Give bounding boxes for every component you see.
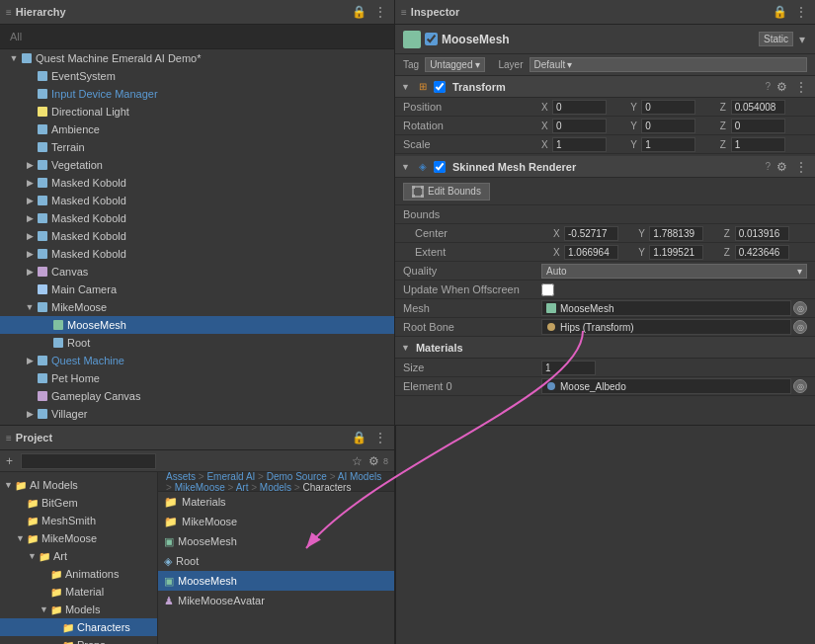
file-item-mikemooseavatar[interactable]: ♟MikeMooseAvatar — [158, 591, 394, 610]
breadcrumb-item-art[interactable]: Art — [236, 482, 249, 493]
skinned-help-icon[interactable]: ? — [765, 161, 771, 172]
breadcrumb-item-ai-models[interactable]: AI Models — [338, 472, 381, 482]
hierarchy-item-gameplaycanvas[interactable]: Gameplay Canvas — [0, 387, 394, 405]
svg-rect-26 — [421, 186, 424, 189]
static-button[interactable]: Static — [759, 32, 793, 46]
ptree-item-meshsmith[interactable]: 📁MeshSmith — [0, 512, 157, 529]
project-search-input[interactable] — [21, 453, 156, 469]
element0-select-button[interactable]: ◎ — [793, 379, 807, 393]
project-favorite-button[interactable]: ☆ — [350, 452, 365, 470]
breadcrumb-item-mikemoose[interactable]: MikeMoose — [175, 482, 225, 493]
rot-x-input[interactable] — [552, 119, 607, 133]
hierarchy-item-maincam[interactable]: Main Camera — [0, 281, 394, 298]
rot-y-input[interactable] — [641, 119, 695, 133]
hierarchy-item-moosemesh[interactable]: MooseMesh — [0, 316, 394, 334]
file-item-materials[interactable]: 📁Materials — [158, 492, 394, 512]
skinned-mesh-component-header[interactable]: ▼ ◈ Skinned Mesh Renderer ? ⚙ ⋮ — [395, 156, 815, 178]
file-item-moosemesh[interactable]: ▣MooseMesh — [158, 531, 394, 551]
scale-y-input[interactable] — [641, 137, 695, 152]
tree-arrow-root — [40, 337, 51, 349]
ptree-item-material[interactable]: 📁Material — [0, 583, 157, 601]
hierarchy-search-input[interactable] — [4, 27, 390, 46]
mesh-select-button[interactable]: ◎ — [793, 301, 807, 315]
tree-icon-canvas — [36, 265, 49, 279]
root-bone-select-button[interactable]: ◎ — [793, 320, 807, 334]
hierarchy-item-vegetation[interactable]: ▶Vegetation — [0, 156, 394, 174]
hierarchy-item-terrain[interactable]: Terrain — [0, 138, 394, 156]
size-input[interactable] — [541, 361, 596, 375]
project-menu-icon[interactable]: ⋮ — [372, 431, 388, 444]
ptree-item-animations[interactable]: 📁Animations — [0, 565, 157, 583]
ptree-item-mikemoose[interactable]: ▼📁MikeMoose — [0, 529, 157, 547]
file-icon: ▣ — [164, 535, 174, 548]
center-y-input[interactable] — [649, 226, 703, 241]
center-x-input[interactable] — [564, 226, 618, 241]
hierarchy-item-mikemoose[interactable]: ▼MikeMoose — [0, 298, 394, 316]
extent-z-input[interactable] — [735, 245, 789, 260]
transform-menu-icon[interactable]: ⋮ — [793, 80, 809, 94]
transform-settings-icon[interactable]: ⚙ — [774, 80, 789, 94]
breadcrumb-item-emerald-ai[interactable]: Emerald AI — [206, 472, 255, 482]
breadcrumb-item-models[interactable]: Models — [260, 482, 291, 493]
quality-dropdown[interactable]: Auto ▾ — [541, 264, 807, 279]
inspector-menu-icon[interactable]: ⋮ — [793, 5, 809, 19]
scale-z-input[interactable] — [731, 137, 785, 152]
pos-z-input[interactable] — [731, 100, 785, 115]
hierarchy-item-villager[interactable]: ▶Villager — [0, 405, 394, 423]
hierarchy-item-dir-light[interactable]: Directional Light — [0, 103, 394, 121]
file-item-moosemesh[interactable]: ▣MooseMesh — [158, 571, 394, 591]
hierarchy-item-masked5[interactable]: ▶Masked Kobold — [0, 245, 394, 263]
hierarchy-item-input-device[interactable]: Input Device Manager — [0, 85, 394, 103]
transform-enabled-checkbox[interactable] — [434, 81, 446, 93]
ptree-item-models[interactable]: ▼📁Models — [0, 601, 157, 618]
hierarchy-item-ambience[interactable]: Ambience — [0, 121, 394, 138]
file-item-root[interactable]: ◈Root — [158, 551, 394, 571]
extent-y-input[interactable] — [649, 245, 703, 260]
ptree-item-props[interactable]: 📁Props — [0, 636, 157, 644]
tree-label-vegetation: Vegetation — [51, 159, 103, 171]
transform-help-icon[interactable]: ? — [765, 81, 771, 92]
inspector-lock-icon[interactable]: 🔒 — [771, 5, 789, 19]
project-add-button[interactable]: + — [4, 452, 15, 470]
object-active-checkbox[interactable] — [425, 33, 438, 45]
transform-component-header[interactable]: ▼ ⊞ Transform ? ⚙ ⋮ — [395, 76, 815, 98]
breadcrumb-item-demo-source[interactable]: Demo Source — [267, 472, 327, 482]
ptree-item-ai-models[interactable]: ▼📁AI Models — [0, 476, 157, 494]
layer-dropdown[interactable]: Default ▾ — [530, 57, 807, 72]
rot-z-input[interactable] — [731, 119, 785, 133]
ptree-item-art[interactable]: ▼📁Art — [0, 547, 157, 565]
hierarchy-item-canvas[interactable]: ▶Canvas — [0, 263, 394, 281]
project-settings-button[interactable]: ⚙ — [367, 452, 381, 470]
scale-x-input[interactable] — [552, 137, 607, 152]
tree-icon-gameplaycanvas — [36, 389, 49, 403]
hierarchy-lock-icon[interactable]: 🔒 — [350, 5, 368, 19]
ptree-item-characters[interactable]: 📁Characters — [0, 618, 157, 636]
breadcrumb-item-assets[interactable]: Assets — [166, 472, 196, 482]
extent-x-input[interactable] — [564, 245, 618, 260]
tree-icon-input-device — [36, 87, 49, 101]
hierarchy-item-masked4[interactable]: ▶Masked Kobold — [0, 227, 394, 245]
hierarchy-item-masked1[interactable]: ▶Masked Kobold — [0, 174, 394, 192]
skinned-menu-icon[interactable]: ⋮ — [793, 160, 809, 174]
edit-bounds-button[interactable]: Edit Bounds — [403, 183, 490, 201]
hierarchy-item-masked3[interactable]: ▶Masked Kobold — [0, 209, 394, 227]
hierarchy-menu-icon[interactable]: ⋮ — [372, 5, 388, 19]
center-z-input[interactable] — [735, 226, 789, 241]
file-item-mikemoose[interactable]: 📁MikeMoose — [158, 512, 394, 531]
skinned-settings-icon[interactable]: ⚙ — [774, 160, 789, 174]
hierarchy-item-pethome[interactable]: Pet Home — [0, 369, 394, 387]
hierarchy-item-questmachine2[interactable]: ▶Quest Machine — [0, 352, 394, 369]
ptree-item-bitgem[interactable]: 📁BitGem — [0, 494, 157, 512]
project-lock-icon[interactable]: 🔒 — [350, 431, 368, 444]
hierarchy-item-quest-root[interactable]: ▼Quest Machine Emerald AI Demo* — [0, 49, 394, 67]
hierarchy-item-root[interactable]: Root — [0, 334, 394, 352]
ptree-arrow: ▼ — [40, 604, 48, 614]
pos-x-input[interactable] — [552, 100, 607, 115]
hierarchy-item-masked2[interactable]: ▶Masked Kobold — [0, 192, 394, 209]
hierarchy-item-eventsystem[interactable]: EventSystem — [0, 67, 394, 85]
skinned-enabled-checkbox[interactable] — [434, 161, 446, 173]
static-dropdown-icon[interactable]: ▾ — [797, 33, 807, 46]
tag-dropdown[interactable]: Untagged ▾ — [425, 57, 484, 72]
update-offscreen-checkbox[interactable] — [541, 283, 554, 296]
pos-y-input[interactable] — [641, 100, 695, 115]
